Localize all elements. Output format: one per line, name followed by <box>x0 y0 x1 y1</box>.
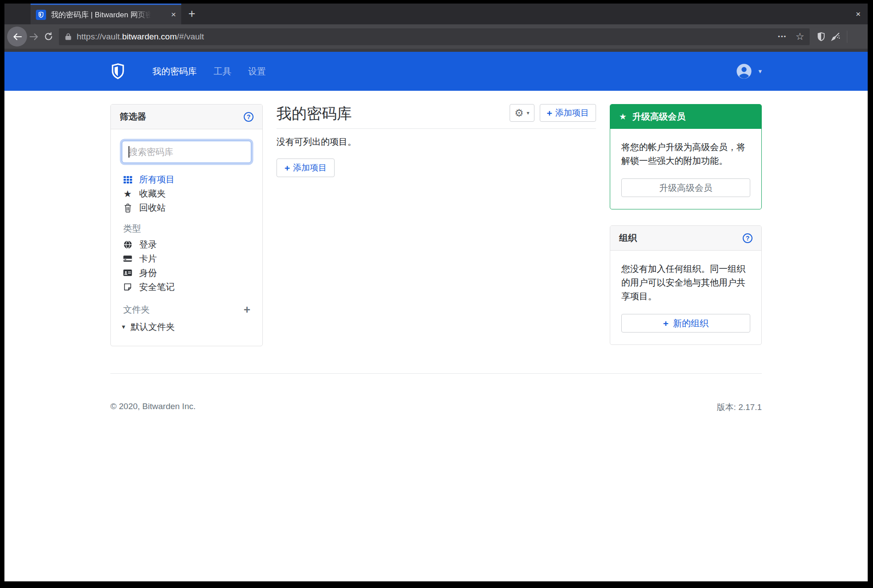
page-actions-icon[interactable]: ••• <box>778 33 787 40</box>
add-item-button-body[interactable]: + 添加项目 <box>277 159 335 177</box>
nav-link-vault[interactable]: 我的密码库 <box>152 66 197 77</box>
nav-link-tools[interactable]: 工具 <box>214 66 231 77</box>
new-tab-icon[interactable]: + <box>188 8 195 20</box>
sidebar-item-default-folder[interactable]: ▾ 默认文件夹 <box>122 320 251 334</box>
note-icon <box>122 282 133 291</box>
sidebar-item-favorites[interactable]: ★ 收藏夹 <box>122 186 251 201</box>
filters-title: 筛选器 <box>120 111 146 123</box>
plus-icon: + <box>285 163 290 173</box>
organizations-title: 组织 <box>619 232 637 244</box>
sidebar-item-trash[interactable]: 回收站 <box>122 201 251 215</box>
copyright-text: © 2020, Bitwarden Inc. <box>110 402 196 413</box>
folder-caret-icon[interactable]: ▾ <box>122 323 125 331</box>
page-title: 我的密码库 <box>277 104 352 123</box>
url-bar[interactable]: https://vault.bitwarden.com/#/vault ••• … <box>59 28 810 45</box>
text-cursor <box>129 146 129 158</box>
credit-card-icon <box>122 254 133 263</box>
id-card-icon <box>122 268 133 278</box>
vault-main: 我的密码库 ⚙ ▾ + 添加项目 没有可列出的项目。 <box>277 104 596 177</box>
back-button[interactable] <box>7 27 27 46</box>
user-circle-icon <box>735 62 753 80</box>
search-input[interactable] <box>122 141 251 163</box>
sidebar-item-label: 卡片 <box>139 253 157 265</box>
vault-content: 筛选器 ? <box>110 104 762 346</box>
nav-link-settings[interactable]: 设置 <box>248 66 266 77</box>
empty-vault-message: 没有可列出的项目。 <box>277 136 596 148</box>
title-divider <box>277 128 596 129</box>
filters-card: 筛选器 ? <box>110 104 263 346</box>
sidebar-item-label: 登录 <box>139 239 157 251</box>
new-organization-button[interactable]: + 新的组织 <box>621 314 750 333</box>
go-premium-button[interactable]: 升级高级会员 <box>621 178 750 197</box>
bitwarden-favicon-icon <box>36 10 46 20</box>
organizations-description: 您没有加入任何组织。同一组织的用户可以安全地与其他用户共享项目。 <box>621 262 750 303</box>
window-close-icon[interactable]: × <box>856 9 861 19</box>
vault-options-button[interactable]: ⚙ ▾ <box>510 104 534 122</box>
url-prefix: https://vault. <box>77 32 122 41</box>
version-text: 版本: 2.17.1 <box>717 402 762 413</box>
trash-icon <box>122 203 133 213</box>
sidebar-item-card[interactable]: 卡片 <box>122 251 251 266</box>
globe-icon <box>122 240 133 249</box>
toolbar-separator <box>847 31 847 43</box>
premium-description: 将您的帐户升级为高级会员，将解锁一些强大的附加功能。 <box>621 140 750 168</box>
browser-tab[interactable]: 我的密码库 | Bitwarden 网页密 × <box>31 4 181 24</box>
bitwarden-page: 我的密码库 工具 设置 ▾ 筛选器 <box>4 52 868 581</box>
sidebar-item-label: 收藏夹 <box>139 188 166 200</box>
add-folder-icon[interactable]: + <box>244 304 250 315</box>
account-menu[interactable]: ▾ <box>735 62 762 80</box>
menu-hamburger-icon[interactable] <box>852 30 862 44</box>
organizations-card: 组织 ? 您没有加入任何组织。同一组织的用户可以安全地与其他用户共享项目。 + … <box>610 225 762 345</box>
star-icon: ★ <box>122 189 133 198</box>
tab-title: 我的密码库 | Bitwarden 网页密 <box>51 10 151 20</box>
sidebar-item-secure-note[interactable]: 安全笔记 <box>122 280 251 294</box>
sidebar-item-label: 默认文件夹 <box>131 321 175 333</box>
sidebar-item-identity[interactable]: 身份 <box>122 266 251 280</box>
bitwarden-navbar: 我的密码库 工具 设置 ▾ <box>4 52 868 91</box>
bitwarden-logo-icon[interactable] <box>110 63 125 80</box>
browser-toolbar: https://vault.bitwarden.com/#/vault ••• … <box>4 24 868 49</box>
tracking-protection-shield-icon[interactable] <box>814 30 828 44</box>
browser-window: 我的密码库 | Bitwarden 网页密 × + × <box>4 4 868 581</box>
grid-icon <box>122 175 133 184</box>
url-path: /#/vault <box>177 32 204 41</box>
url-text: https://vault.bitwarden.com/#/vault <box>77 32 204 42</box>
chevron-down-icon: ▾ <box>527 110 530 116</box>
sidebar-item-all-items[interactable]: 所有项目 <box>122 172 251 186</box>
sidebar-item-label: 身份 <box>139 267 157 279</box>
organizations-help-icon[interactable]: ? <box>743 233 752 243</box>
plus-icon: + <box>547 108 552 118</box>
reload-button[interactable] <box>41 30 55 44</box>
premium-card: ★ 升级高级会员 将您的帐户升级为高级会员，将解锁一些强大的附加功能。 升级高级… <box>610 104 762 209</box>
toolbar-edge <box>4 49 868 52</box>
premium-star-icon: ★ <box>619 112 627 121</box>
premium-title: 升级高级会员 <box>632 111 686 123</box>
sidebar-item-label: 回收站 <box>139 202 166 214</box>
folder-section-heading: 文件夹 <box>123 304 150 316</box>
sidebar-item-label: 所有项目 <box>139 174 175 186</box>
forward-button[interactable] <box>27 30 41 44</box>
tab-close-icon[interactable]: × <box>171 10 176 19</box>
add-item-button[interactable]: + 添加项目 <box>540 104 596 122</box>
url-domain: bitwarden.com <box>122 32 177 41</box>
gear-icon: ⚙ <box>514 108 524 118</box>
footer-divider <box>110 373 762 374</box>
sidebar-item-label: 安全笔记 <box>139 281 175 293</box>
cleaner-extension-icon[interactable] <box>828 30 842 44</box>
tab-bar: 我的密码库 | Bitwarden 网页密 × + × <box>4 4 868 24</box>
plus-icon: + <box>663 319 668 328</box>
sidebar-item-login[interactable]: 登录 <box>122 237 251 251</box>
account-caret-icon: ▾ <box>758 67 762 75</box>
filters-help-icon[interactable]: ? <box>244 112 253 122</box>
bookmark-star-icon[interactable]: ☆ <box>795 31 804 43</box>
lock-icon[interactable] <box>64 33 72 41</box>
type-section-heading: 类型 <box>123 222 251 235</box>
page-footer: © 2020, Bitwarden Inc. 版本: 2.17.1 <box>110 402 762 413</box>
